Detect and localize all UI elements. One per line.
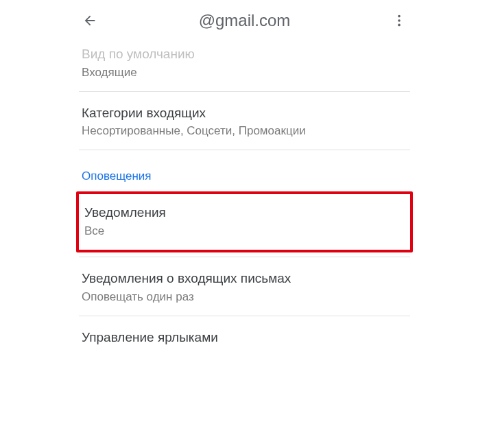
svg-point-1 [398, 19, 401, 22]
setting-subtitle: Оповещать один раз [82, 290, 407, 305]
setting-subtitle: Все [84, 224, 405, 239]
section-header-notifications: Оповещения [79, 150, 410, 189]
setting-title: Уведомления о входящих письмах [82, 270, 407, 287]
more-vert-icon[interactable] [391, 12, 407, 29]
setting-title: Управление ярлыками [82, 329, 407, 346]
setting-subtitle: Несортированные, Соцсети, Промоакции [82, 123, 407, 139]
setting-subtitle: Входящие [82, 65, 407, 80]
setting-inbox-categories[interactable]: Категории входящих Несортированные, Соцс… [79, 92, 410, 151]
header-bar: @gmail.com [79, 0, 410, 41]
setting-manage-labels[interactable]: Управление ярлыками [79, 316, 410, 357]
svg-point-0 [398, 15, 401, 18]
setting-title: Категории входящих [82, 104, 407, 122]
setting-title: Вид по умолчанию [82, 45, 407, 63]
back-arrow-icon[interactable] [82, 12, 98, 29]
setting-email-notifications[interactable]: Уведомления о входящих письмах Оповещать… [79, 257, 410, 316]
svg-point-2 [398, 24, 401, 27]
setting-notifications-highlighted[interactable]: Уведомления Все [76, 191, 413, 252]
setting-title: Уведомления [84, 204, 405, 222]
page-title: @gmail.com [199, 11, 291, 30]
setting-default-view[interactable]: Вид по умолчанию Входящие [79, 41, 410, 92]
